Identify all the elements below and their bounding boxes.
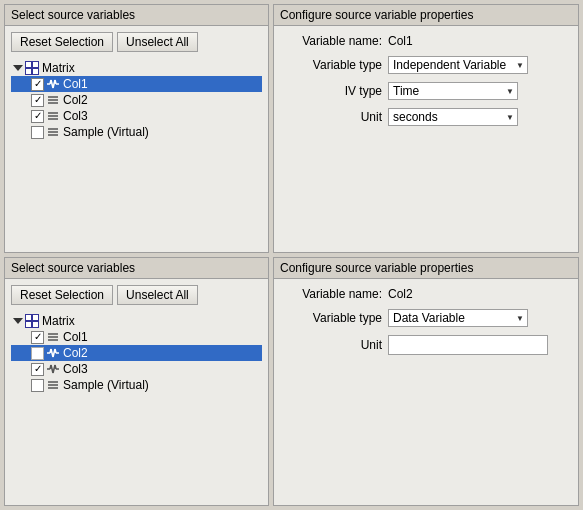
sample-checkbox[interactable] — [31, 126, 44, 139]
bottom-tree-col2[interactable]: Col2 — [11, 345, 262, 361]
var-name-label: Variable name: — [282, 34, 382, 48]
bottom-tree-root-matrix[interactable]: Matrix — [11, 313, 262, 329]
b-var-name-row: Variable name: Col2 — [282, 287, 570, 301]
bottom-tree: Matrix Col1 — [11, 311, 262, 395]
iv-type-select-wrapper: Time Frequency Spatial — [388, 82, 518, 100]
top-right-panel: Configure source variable properties Var… — [273, 4, 579, 253]
unit-label: Unit — [282, 110, 382, 124]
b-sample-label: Sample (Virtual) — [63, 378, 149, 392]
b-col2-label: Col2 — [63, 346, 88, 360]
top-button-row: Reset Selection Unselect All — [11, 32, 262, 52]
top-tree: Matrix — [11, 58, 262, 142]
col1-label: Col1 — [63, 77, 88, 91]
expand-icon-matrix — [13, 65, 23, 71]
col3-checkbox[interactable] — [31, 110, 44, 123]
top-right-title: Configure source variable properties — [274, 5, 578, 26]
b-var-type-row: Variable type Data Variable Independent … — [282, 309, 570, 327]
top-tree-col3[interactable]: Col3 — [11, 108, 262, 124]
svg-rect-21 — [26, 322, 31, 327]
unit-select[interactable]: seconds milliseconds minutes — [388, 108, 518, 126]
col2-checkbox[interactable] — [31, 94, 44, 107]
main-container: Select source variables Reset Selection … — [0, 0, 583, 510]
b-unit-input[interactable] — [388, 335, 548, 355]
top-row: Select source variables Reset Selection … — [4, 4, 579, 253]
matrix-icon — [25, 61, 39, 75]
top-tree-sample[interactable]: Sample (Virtual) — [11, 124, 262, 140]
iv-type-label: IV type — [282, 84, 382, 98]
bottom-matrix-label: Matrix — [42, 314, 75, 328]
var-name-value: Col1 — [388, 34, 413, 48]
b-col3-signal-icon — [46, 362, 60, 376]
b-var-name-value: Col2 — [388, 287, 413, 301]
svg-line-36 — [55, 365, 56, 369]
tree-root-matrix[interactable]: Matrix — [11, 60, 262, 76]
b-sample-line-icon — [46, 378, 60, 392]
top-right-content: Variable name: Col1 Variable type Indepe… — [274, 26, 578, 142]
col1-signal-icon — [46, 77, 60, 91]
b-col1-checkbox[interactable] — [31, 331, 44, 344]
var-type-label: Variable type — [282, 58, 382, 72]
bottom-unselect-button[interactable]: Unselect All — [117, 285, 198, 305]
var-name-row: Variable name: Col1 — [282, 34, 570, 48]
matrix-label: Matrix — [42, 61, 75, 75]
top-left-panel: Select source variables Reset Selection … — [4, 4, 269, 253]
b-col1-label: Col1 — [63, 330, 88, 344]
svg-line-8 — [55, 80, 56, 84]
col2-line-icon — [46, 93, 60, 107]
col1-checkbox[interactable] — [31, 78, 44, 91]
svg-rect-19 — [26, 315, 31, 320]
sample-line-icon — [46, 125, 60, 139]
top-tree-col1[interactable]: Col1 — [11, 76, 262, 92]
b-col2-signal-icon — [46, 346, 60, 360]
col3-line-icon — [46, 109, 60, 123]
var-type-row: Variable type Independent Variable Data … — [282, 56, 570, 74]
svg-rect-1 — [33, 62, 38, 67]
bottom-tree-col1[interactable]: Col1 — [11, 329, 262, 345]
unit-select-wrapper: seconds milliseconds minutes — [388, 108, 518, 126]
bottom-left-title: Select source variables — [5, 258, 268, 279]
bottom-button-row: Reset Selection Unselect All — [11, 285, 262, 305]
bottom-right-title: Configure source variable properties — [274, 258, 578, 279]
b-var-name-label: Variable name: — [282, 287, 382, 301]
b-col3-label: Col3 — [63, 362, 88, 376]
b-col2-checkbox[interactable] — [31, 347, 44, 360]
bottom-row: Select source variables Reset Selection … — [4, 257, 579, 506]
svg-rect-2 — [26, 69, 31, 74]
var-type-select-wrapper: Independent Variable Data Variable — [388, 56, 528, 74]
b-col1-line-icon — [46, 330, 60, 344]
b-unit-row: Unit — [282, 335, 570, 355]
svg-line-30 — [55, 349, 56, 353]
var-type-select[interactable]: Independent Variable Data Variable — [388, 56, 528, 74]
top-left-title: Select source variables — [5, 5, 268, 26]
top-reset-button[interactable]: Reset Selection — [11, 32, 113, 52]
svg-rect-20 — [33, 315, 38, 320]
bottom-reset-button[interactable]: Reset Selection — [11, 285, 113, 305]
bottom-matrix-icon — [25, 314, 39, 328]
bottom-expand-icon-matrix — [13, 318, 23, 324]
top-tree-col2[interactable]: Col2 — [11, 92, 262, 108]
col3-label: Col3 — [63, 109, 88, 123]
b-unit-label: Unit — [282, 338, 382, 352]
b-col3-checkbox[interactable] — [31, 363, 44, 376]
bottom-right-content: Variable name: Col2 Variable type Data V… — [274, 279, 578, 371]
bottom-tree-col3[interactable]: Col3 — [11, 361, 262, 377]
col2-label: Col2 — [63, 93, 88, 107]
b-sample-checkbox[interactable] — [31, 379, 44, 392]
bottom-left-panel: Select source variables Reset Selection … — [4, 257, 269, 506]
iv-type-row: IV type Time Frequency Spatial — [282, 82, 570, 100]
bottom-tree-sample[interactable]: Sample (Virtual) — [11, 377, 262, 393]
unit-row: Unit seconds milliseconds minutes — [282, 108, 570, 126]
top-left-content: Reset Selection Unselect All — [5, 26, 268, 252]
iv-type-select[interactable]: Time Frequency Spatial — [388, 82, 518, 100]
bottom-left-content: Reset Selection Unselect All — [5, 279, 268, 505]
top-unselect-button[interactable]: Unselect All — [117, 32, 198, 52]
b-var-type-label: Variable type — [282, 311, 382, 325]
sample-label: Sample (Virtual) — [63, 125, 149, 139]
svg-rect-3 — [33, 69, 38, 74]
svg-rect-22 — [33, 322, 38, 327]
b-var-type-select[interactable]: Data Variable Independent Variable — [388, 309, 528, 327]
svg-rect-0 — [26, 62, 31, 67]
b-var-type-select-wrapper: Data Variable Independent Variable — [388, 309, 528, 327]
bottom-right-panel: Configure source variable properties Var… — [273, 257, 579, 506]
